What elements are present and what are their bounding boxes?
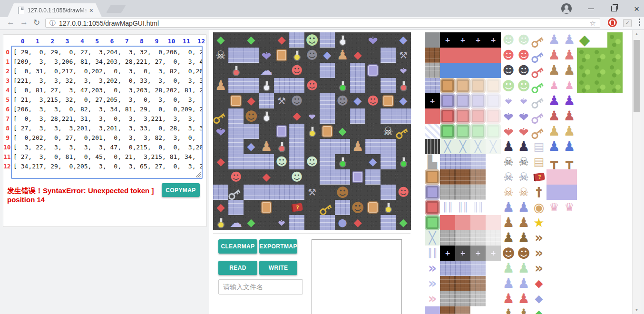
clearmap-button[interactable]: CLEARMAP: [218, 239, 257, 254]
map-tile-black-slime[interactable]: ☻: [335, 93, 350, 108]
tileset-tile-fighter[interactable]: ♟: [562, 63, 577, 78]
tileset-tile-empty[interactable]: [562, 291, 577, 306]
tileset-tile-empty[interactable]: [577, 215, 592, 230]
map-tile-brick-wall[interactable]: [320, 63, 335, 78]
tileset-tile-empty[interactable]: [546, 215, 562, 230]
tileset-tile-purple-brick[interactable]: [440, 261, 455, 276]
tileset-tile-vampire[interactable]: ♟: [516, 139, 531, 154]
tileset-tile-boy[interactable]: ♟: [546, 139, 562, 154]
tileset-tile-tan-key-2[interactable]: [531, 124, 546, 139]
tileset-tile-green-door[interactable]: [470, 124, 486, 139]
tileset-tile-purple-brick[interactable]: [470, 154, 486, 169]
tileset-tile-lattice[interactable]: ╳: [470, 139, 486, 154]
tileset-tile-empty[interactable]: [592, 185, 607, 200]
map-tile-brick-wall[interactable]: [350, 78, 365, 93]
map-tile-floor[interactable]: [274, 108, 289, 124]
map-tile-brick-wall[interactable]: [274, 185, 289, 200]
map-tile-brown-door[interactable]: [365, 200, 381, 215]
tileset-tile-empty[interactable]: [562, 245, 577, 261]
map-tile-green-potion[interactable]: [335, 154, 350, 169]
map-tile-question-book[interactable]: ?: [289, 200, 304, 215]
tileset-tile-tiki-face[interactable]: ☻: [516, 245, 531, 261]
tileset-tile-empty[interactable]: [607, 108, 623, 124]
map-tile-floor[interactable]: [304, 215, 320, 230]
tileset-tile-red-terrain[interactable]: [470, 48, 486, 63]
tileset-tile-purple-door[interactable]: [425, 185, 440, 200]
tileset-tile-wizard[interactable]: ♟: [562, 93, 577, 108]
tileset-tile-masked-monk[interactable]: ♟: [562, 108, 577, 124]
tileset-tile-gray-stone[interactable]: [440, 291, 455, 306]
map-tile-brick-wall[interactable]: [320, 154, 335, 169]
tileset-tile-empty[interactable]: [577, 261, 592, 276]
tileset-tile-green-key[interactable]: [531, 78, 546, 93]
bookmark-star-icon[interactable]: ☆: [590, 19, 596, 28]
tileset-tile-purple-wall[interactable]: [562, 185, 577, 200]
tileset-tile-empty[interactable]: [592, 200, 607, 215]
map-tile-blue-gem[interactable]: ◆: [320, 48, 335, 63]
tileset-tile-fairy[interactable]: ♟: [562, 78, 577, 93]
tileset-tile-fighter[interactable]: ♟: [546, 63, 562, 78]
tileset-tile-purple-bat[interactable]: ♠: [516, 108, 531, 124]
tileset-tile-empty[interactable]: [592, 32, 607, 48]
tileset-tile-empty[interactable]: [607, 291, 623, 306]
map-tile-floor[interactable]: [365, 124, 381, 139]
tileset-tile-purple-wing[interactable]: »: [425, 261, 440, 276]
map-tile-stone-face[interactable]: ☻: [350, 200, 365, 215]
map-tile-floor[interactable]: [396, 139, 411, 154]
tileset-tile-empty[interactable]: [592, 124, 607, 139]
tileset-tile-empty[interactable]: [607, 261, 623, 276]
map-tile-brick-wall[interactable]: [228, 124, 244, 139]
map-tile-brick-wall[interactable]: [228, 48, 244, 63]
tileset-tile-empty[interactable]: [546, 261, 562, 276]
map-tile-white-potion[interactable]: [335, 32, 350, 48]
map-tile-floor[interactable]: [304, 139, 320, 154]
tileset-tile-empty[interactable]: [607, 215, 623, 230]
tileset-tile-red-bat[interactable]: ♠: [516, 124, 531, 139]
map-tile-brick-wall[interactable]: [289, 215, 304, 230]
map-tile-brick-wall[interactable]: [381, 48, 396, 63]
tileset-tile-lavender-key[interactable]: [531, 108, 546, 124]
map-tile-brick-wall[interactable]: [381, 108, 396, 124]
tileset-tile-water[interactable]: [470, 63, 486, 78]
map-tile-bat[interactable]: ♠: [365, 32, 381, 48]
tileset-tile-fairy[interactable]: ♟: [546, 78, 562, 93]
tileset-tile-tan-door[interactable]: [486, 78, 501, 93]
tileset-tile-princess[interactable]: ♛: [546, 200, 562, 215]
tileset-tile-empty[interactable]: [562, 306, 577, 314]
map-tile-floor[interactable]: [228, 32, 244, 48]
tileset-tile-blue-knight[interactable]: ♟: [501, 200, 516, 215]
map-tile-small-bat[interactable]: ♠: [274, 215, 289, 230]
tileset-tile-mummy[interactable]: ♟: [501, 215, 516, 230]
map-tile-green-potion[interactable]: [396, 154, 411, 169]
tileset-tile-empty[interactable]: [546, 230, 562, 245]
map-tile-red-gem[interactable]: ◆: [244, 93, 259, 108]
tileset-tile-brown-brick[interactable]: [440, 169, 455, 185]
map-tile-brick-wall[interactable]: [228, 139, 244, 154]
tileset-tile-stairs[interactable]: ▙: [425, 154, 440, 169]
tileset-tile-armored-skeleton[interactable]: ☠: [501, 169, 516, 185]
tileset-tile-red-door[interactable]: [486, 108, 501, 124]
tileset-tile-purple-gem[interactable]: ◆: [531, 291, 546, 306]
tileset-tile-priest[interactable]: ♟: [546, 124, 562, 139]
tileset-tile-brown-brick[interactable]: [440, 306, 455, 314]
tileset-tile-water[interactable]: [486, 63, 501, 78]
tileset-tile-blue-hood[interactable]: ♟: [501, 276, 516, 291]
tileset-tile-green-ghost[interactable]: ♟: [501, 261, 516, 276]
tileset-tile-red-scroll[interactable]: ▤: [531, 139, 546, 154]
tileset-tile-tan-key[interactable]: [531, 32, 546, 48]
tileset-tile-empty[interactable]: [562, 215, 577, 230]
map-tile-pale-slime[interactable]: ☻: [289, 169, 304, 185]
map-tile-red-slime[interactable]: ☻: [228, 169, 244, 185]
address-bar[interactable]: ⓘ 127.0.0.1:1055/drawMapGUI.html ☆: [45, 19, 600, 28]
tileset-tile-empty[interactable]: [592, 276, 607, 291]
tileset-tile-brown-brick[interactable]: [425, 48, 440, 63]
page-scrollbar[interactable]: ▲ ▼: [632, 30, 641, 314]
map-matrix-textarea[interactable]: [ 29, 0, 29, 0, 27, 3,204, 3, 32, 0,206,…: [11, 46, 203, 179]
map-tile-brick-wall[interactable]: [350, 63, 365, 78]
tileset-tile-empty[interactable]: [486, 261, 501, 276]
tileset-tile-red-terrain[interactable]: [486, 215, 501, 230]
tileset-tile-blue-hood[interactable]: ♟: [516, 276, 531, 291]
tileset-tile-tan-door[interactable]: [455, 78, 470, 93]
map-tile-floor[interactable]: [244, 169, 259, 185]
map-tile-stone-face[interactable]: ☻: [244, 108, 259, 124]
